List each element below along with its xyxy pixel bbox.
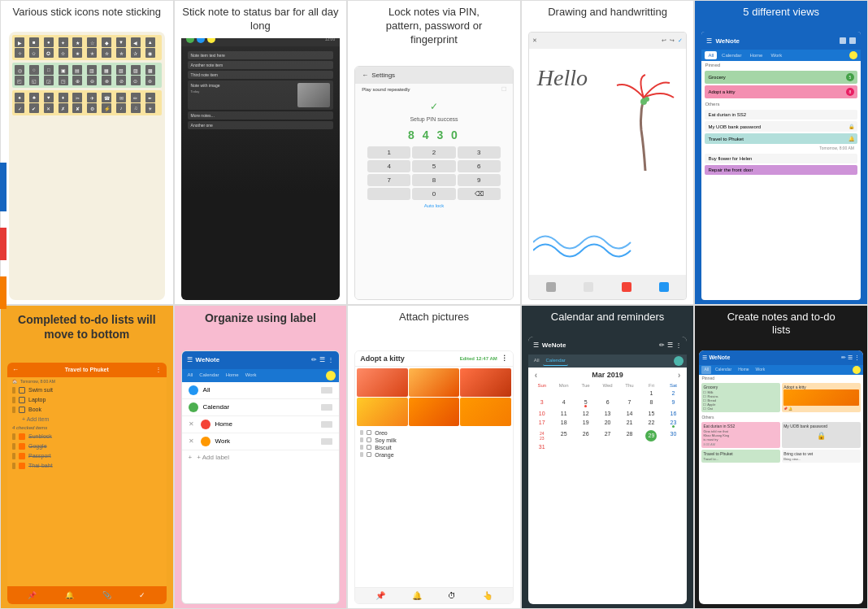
cal-day-6[interactable]: 6 <box>597 398 618 408</box>
label-item-all[interactable]: All <box>182 382 340 399</box>
cal-day-12[interactable]: 12 <box>575 410 597 417</box>
note-adopt-kitty[interactable]: Adopt a kitty 8 <box>705 85 857 98</box>
cal-day-11[interactable]: 11 <box>553 410 575 417</box>
note-eat-durian-card[interactable]: Eat durian in SS2 Gina told me thatKhao … <box>701 422 780 448</box>
note-grocery[interactable]: Grocery 5 <box>705 71 857 84</box>
cal-day-21[interactable]: 21 <box>619 419 640 428</box>
cal-day-1[interactable]: 1 <box>641 389 662 397</box>
edit-icon[interactable]: ✏ <box>841 355 846 361</box>
more-icon[interactable]: ⋮ <box>854 355 860 361</box>
more-icon[interactable]: ⋮ <box>328 356 334 363</box>
pin-btn-4[interactable]: 4 <box>367 160 410 172</box>
pin-btn-2[interactable]: 2 <box>412 146 455 159</box>
note-bank-password[interactable]: My UOB bank password 🔒 <box>705 121 857 132</box>
tab-all[interactable]: All <box>532 356 542 366</box>
label-item-calendar[interactable]: Calendar <box>182 399 340 416</box>
pin-btn-8[interactable]: 8 <box>412 174 455 186</box>
checkbox[interactable] <box>367 430 371 435</box>
tab-calendar[interactable]: Calendar <box>197 371 221 381</box>
label-item-home[interactable]: ✕ Home <box>182 416 340 433</box>
photo-cell-2[interactable] <box>409 368 460 397</box>
cal-day-15[interactable]: 15 <box>641 410 662 417</box>
note-grocery-card[interactable]: Grocery ☐ Milk☐ Raisins☐ Bread☐ Apple☐ O… <box>701 383 780 412</box>
cal-settings-tab[interactable] <box>674 356 684 366</box>
checkbox-thaibaht[interactable] <box>19 463 25 469</box>
tab-calendar[interactable]: Calendar <box>718 51 744 59</box>
cal-day-22[interactable]: 22 <box>641 419 662 428</box>
cal-day-30[interactable]: 30 <box>662 430 684 442</box>
list-icon[interactable]: ☰ <box>319 356 325 363</box>
auto-lock-link[interactable]: Auto lock <box>355 200 513 211</box>
back-icon[interactable]: ← <box>12 366 19 373</box>
cal-day-29-today[interactable]: 29 <box>645 430 657 442</box>
tab-all[interactable]: All <box>705 51 717 59</box>
cal-day-9[interactable]: 9 <box>662 398 684 408</box>
more-icon[interactable]: ⋮ <box>675 341 682 349</box>
fingerprint-icon[interactable]: 👆 <box>483 591 493 600</box>
tab-work[interactable]: Work <box>753 366 768 374</box>
toolbar-save[interactable]: ✓ <box>678 37 683 44</box>
cal-day-31[interactable]: 31 <box>532 443 553 450</box>
timer-icon[interactable]: ⏱ <box>448 591 456 600</box>
cal-day-5[interactable]: 5 <box>575 398 597 408</box>
checkbox[interactable] <box>367 445 371 450</box>
edit-icon[interactable]: ✏ <box>659 341 665 349</box>
pin-btn-5[interactable]: 5 <box>412 160 455 172</box>
note-eat-durian[interactable]: Eat durian in SS2 <box>705 110 857 120</box>
checkbox-passport[interactable] <box>19 453 25 459</box>
cal-day-4[interactable]: 4 <box>553 398 575 408</box>
cal-day-16[interactable]: 16 <box>662 410 684 417</box>
pin-btn-7[interactable]: 7 <box>367 174 410 186</box>
photo-cell-1[interactable] <box>357 368 408 397</box>
cal-day-26[interactable]: 26 <box>575 430 597 442</box>
pin-icon[interactable]: 📌 <box>375 591 385 600</box>
reminder-icon[interactable]: 🔔 <box>65 591 74 599</box>
cal-day-25[interactable]: 25 <box>553 430 575 442</box>
edit-icon[interactable]: ✏ <box>311 356 317 363</box>
note-bank-password-card[interactable]: My UOB bank password 🔒 <box>782 422 861 448</box>
eraser-icon[interactable] <box>584 282 593 292</box>
pin-btn-1[interactable]: 1 <box>367 146 410 159</box>
photo-cell-4[interactable] <box>357 398 408 426</box>
tab-calendar[interactable]: Calendar <box>543 356 567 366</box>
note-travel-phuket[interactable]: Travel to Phuket 🔔 <box>705 133 857 144</box>
cal-day-14[interactable]: 14 <box>619 410 640 417</box>
tab-home[interactable]: Home <box>746 51 766 59</box>
toolbar-undo[interactable]: ↩ <box>662 37 666 44</box>
pin-btn-9[interactable]: 9 <box>458 174 501 186</box>
cal-day-8[interactable]: 8 <box>641 398 662 408</box>
toolbar-redo[interactable]: ↪ <box>670 37 675 44</box>
menu-icon[interactable]: ☰ <box>187 356 193 363</box>
note-repair-door[interactable]: Repair the front door <box>705 165 857 175</box>
pin-btn-6[interactable]: 6 <box>458 160 501 172</box>
tab-calendar[interactable]: Calendar <box>713 366 734 374</box>
checkbox-book[interactable] <box>19 407 25 413</box>
toolbar-close[interactable]: ✕ <box>532 37 537 44</box>
checkbox-goggle[interactable] <box>19 443 25 450</box>
checkbox-sunblock[interactable] <box>19 433 25 440</box>
note-vet-card[interactable]: Bring ciao to vet Bring ciao... <box>782 450 861 463</box>
cal-day-18[interactable]: 18 <box>553 419 575 428</box>
pin-icon[interactable]: 📌 <box>28 591 37 599</box>
pencil-icon[interactable] <box>546 282 556 292</box>
edit-icon[interactable] <box>840 37 846 44</box>
menu-icon[interactable]: ☰ <box>533 341 539 349</box>
cal-day-23[interactable]: 23 <box>662 419 684 428</box>
settings-tab[interactable] <box>853 366 861 374</box>
remove-label-icon[interactable]: ✕ <box>189 437 194 445</box>
photo-cell-3[interactable] <box>460 368 511 397</box>
note-buy-flower[interactable]: Buy flower for Helen <box>705 154 857 163</box>
tab-work[interactable]: Work <box>767 51 785 59</box>
remove-label-icon[interactable]: ✕ <box>189 420 194 428</box>
color-icon[interactable] <box>622 282 631 292</box>
cal-day-13[interactable]: 13 <box>597 410 618 417</box>
tab-home[interactable]: Home <box>736 366 751 374</box>
label-item-work[interactable]: ✕ Work <box>182 433 340 450</box>
add-label-button[interactable]: + + Add label <box>182 450 340 464</box>
cal-day-24[interactable]: 2423 <box>532 430 553 442</box>
tab-all[interactable]: All <box>701 366 711 374</box>
cal-day-28[interactable]: 28 <box>619 430 640 442</box>
list-icon[interactable]: ☰ <box>667 341 673 349</box>
reminder-icon[interactable]: 🔔 <box>412 591 422 600</box>
cal-day-7[interactable]: 7 <box>619 398 640 408</box>
